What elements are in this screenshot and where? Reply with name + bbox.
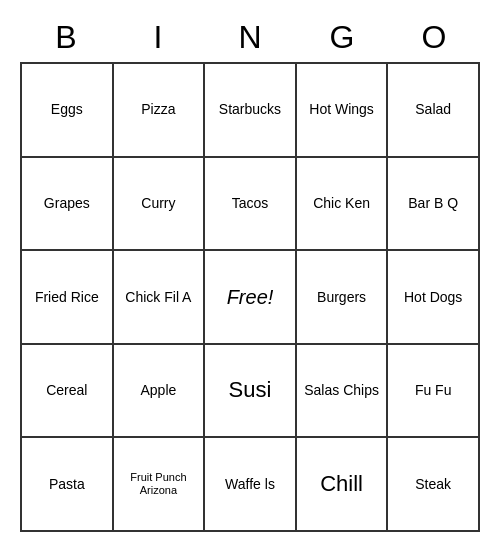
bingo-cell-r2-c4: Hot Dogs bbox=[388, 251, 480, 345]
bingo-cell-r0-c0: Eggs bbox=[22, 64, 114, 158]
bingo-cell-r2-c3: Burgers bbox=[297, 251, 389, 345]
header-letter: N bbox=[204, 12, 296, 62]
bingo-cell-r0-c4: Salad bbox=[388, 64, 480, 158]
bingo-cell-r0-c2: Starbucks bbox=[205, 64, 297, 158]
bingo-cell-r1-c2: Tacos bbox=[205, 158, 297, 252]
bingo-header: BINGO bbox=[20, 12, 480, 62]
bingo-cell-r3-c3: Salas Chips bbox=[297, 345, 389, 439]
header-letter: I bbox=[112, 12, 204, 62]
bingo-cell-r3-c2: Susi bbox=[205, 345, 297, 439]
bingo-cell-r4-c2: Waffe ls bbox=[205, 438, 297, 532]
bingo-cell-r3-c4: Fu Fu bbox=[388, 345, 480, 439]
bingo-cell-r4-c4: Steak bbox=[388, 438, 480, 532]
bingo-cell-r4-c0: Pasta bbox=[22, 438, 114, 532]
bingo-cell-r0-c3: Hot Wings bbox=[297, 64, 389, 158]
bingo-grid: EggsPizzaStarbucksHot WingsSaladGrapesCu… bbox=[20, 62, 480, 532]
bingo-cell-r1-c1: Curry bbox=[114, 158, 206, 252]
bingo-board: BINGO EggsPizzaStarbucksHot WingsSaladGr… bbox=[20, 12, 480, 532]
bingo-cell-r1-c0: Grapes bbox=[22, 158, 114, 252]
header-letter: G bbox=[296, 12, 388, 62]
bingo-cell-r2-c0: Fried Rice bbox=[22, 251, 114, 345]
header-letter: O bbox=[388, 12, 480, 62]
bingo-cell-r4-c1: Fruit Punch Arizona bbox=[114, 438, 206, 532]
bingo-cell-r3-c1: Apple bbox=[114, 345, 206, 439]
header-letter: B bbox=[20, 12, 112, 62]
bingo-cell-r0-c1: Pizza bbox=[114, 64, 206, 158]
bingo-cell-r1-c4: Bar B Q bbox=[388, 158, 480, 252]
bingo-cell-r1-c3: Chic Ken bbox=[297, 158, 389, 252]
bingo-cell-r2-c1: Chick Fil A bbox=[114, 251, 206, 345]
bingo-cell-r2-c2: Free! bbox=[205, 251, 297, 345]
bingo-cell-r4-c3: Chill bbox=[297, 438, 389, 532]
bingo-cell-r3-c0: Cereal bbox=[22, 345, 114, 439]
